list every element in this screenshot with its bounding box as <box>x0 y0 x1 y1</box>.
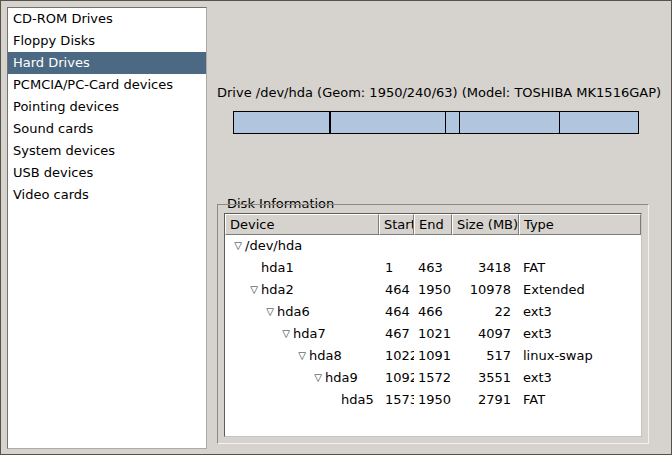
start-cell: 464 <box>379 279 414 301</box>
type-cell: ext3 <box>519 301 641 323</box>
expander-icon[interactable]: ▽ <box>263 301 277 323</box>
device-label: hda6 <box>277 301 310 323</box>
end-cell: 1021 <box>414 323 452 345</box>
partition-table: Device Start End Size (MB) Type ▽/dev/hd… <box>224 213 642 437</box>
start-cell: 1022 <box>379 345 414 367</box>
table-row[interactable]: ▽hda8 1022 1091 517 linux-swap <box>225 345 641 367</box>
sidebar-item-cdrom-drives[interactable]: CD-ROM Drives <box>8 8 206 30</box>
expander-icon[interactable]: ▽ <box>231 235 245 257</box>
column-header-end[interactable]: End <box>414 214 452 235</box>
table-row[interactable]: ▽/dev/hda <box>225 235 641 257</box>
device-cell: ▽/dev/hda <box>225 235 379 257</box>
expander-icon[interactable]: ▽ <box>311 367 325 389</box>
device-label: hda7 <box>293 323 326 345</box>
sidebar-item-video-cards[interactable]: Video cards <box>8 184 206 206</box>
end-cell: 1091 <box>414 345 452 367</box>
size-cell: 10978 <box>452 279 519 301</box>
size-cell: 4097 <box>452 323 519 345</box>
device-label: hda8 <box>309 345 342 367</box>
sidebar-item-hard-drives[interactable]: Hard Drives <box>8 52 206 74</box>
size-cell: 3418 <box>452 257 519 279</box>
hardware-browser-window: CD-ROM Drives Floppy Disks Hard Drives P… <box>0 0 672 455</box>
device-cell: ▽hda9 <box>225 367 379 389</box>
drive-title: Drive /dev/hda (Geom: 1950/240/63) (Mode… <box>217 85 649 100</box>
table-row[interactable]: ▽hda6 464 466 22 ext3 <box>225 301 641 323</box>
table-row[interactable]: ▽hda2 464 1950 10978 Extended <box>225 279 641 301</box>
end-cell: 463 <box>414 257 452 279</box>
device-cell: hda5 <box>225 389 379 411</box>
sidebar-item-sound-cards[interactable]: Sound cards <box>8 118 206 140</box>
column-header-device[interactable]: Device <box>225 214 379 235</box>
type-cell: FAT <box>519 389 641 411</box>
start-cell <box>379 235 414 257</box>
table-row[interactable]: hda5 1573 1950 2791 FAT <box>225 389 641 411</box>
end-cell: 1572 <box>414 367 452 389</box>
end-cell: 1950 <box>414 389 452 411</box>
disk-information-frame: Device Start End Size (MB) Type ▽/dev/hd… <box>217 204 649 444</box>
size-cell: 3551 <box>452 367 519 389</box>
type-cell <box>519 235 641 257</box>
size-cell: 22 <box>452 301 519 323</box>
end-cell <box>414 235 452 257</box>
table-header: Device Start End Size (MB) Type <box>225 214 641 235</box>
device-label: hda9 <box>325 367 358 389</box>
device-label: hda5 <box>341 389 374 411</box>
type-cell: Extended <box>519 279 641 301</box>
expander-icon[interactable]: ▽ <box>279 323 293 345</box>
device-label: /dev/hda <box>245 235 302 257</box>
size-cell: 2791 <box>452 389 519 411</box>
device-cell: ▽hda2 <box>225 279 379 301</box>
start-cell: 467 <box>379 323 414 345</box>
start-cell: 1 <box>379 257 414 279</box>
size-cell <box>452 235 519 257</box>
sidebar-item-system-devices[interactable]: System devices <box>8 140 206 162</box>
start-cell: 464 <box>379 301 414 323</box>
end-cell: 1950 <box>414 279 452 301</box>
partition-segment-hda9 <box>460 112 560 133</box>
device-cell: ▽hda7 <box>225 323 379 345</box>
sidebar-item-floppy-disks[interactable]: Floppy Disks <box>8 30 206 52</box>
partition-segment-hda1 <box>234 112 330 133</box>
type-cell: ext3 <box>519 323 641 345</box>
partition-segment-hda7 <box>331 112 446 133</box>
device-cell: ▽hda6 <box>225 301 379 323</box>
device-cell: hda1 <box>225 257 379 279</box>
column-header-start[interactable]: Start <box>379 214 414 235</box>
size-cell: 517 <box>452 345 519 367</box>
device-label: hda1 <box>261 257 294 279</box>
table-row[interactable]: ▽hda7 467 1021 4097 ext3 <box>225 323 641 345</box>
type-cell: ext3 <box>519 367 641 389</box>
sidebar-item-pcmcia-devices[interactable]: PCMCIA/PC-Card devices <box>8 74 206 96</box>
partition-segment-hda8 <box>446 112 460 133</box>
sidebar-item-usb-devices[interactable]: USB devices <box>8 162 206 184</box>
start-cell: 1573 <box>379 389 414 411</box>
type-cell: linux-swap <box>519 345 641 367</box>
type-cell: FAT <box>519 257 641 279</box>
device-label: hda2 <box>261 279 294 301</box>
partition-segment-hda5 <box>560 112 638 133</box>
device-category-list: CD-ROM Drives Floppy Disks Hard Drives P… <box>7 7 207 449</box>
sidebar-item-pointing-devices[interactable]: Pointing devices <box>8 96 206 118</box>
device-cell: ▽hda8 <box>225 345 379 367</box>
expander-icon[interactable]: ▽ <box>295 345 309 367</box>
expander-icon[interactable]: ▽ <box>247 279 261 301</box>
column-header-size[interactable]: Size (MB) <box>452 214 519 235</box>
partition-bar <box>233 111 639 134</box>
end-cell: 466 <box>414 301 452 323</box>
column-header-type[interactable]: Type <box>519 214 641 235</box>
table-row[interactable]: ▽hda9 1092 1572 3551 ext3 <box>225 367 641 389</box>
start-cell: 1092 <box>379 367 414 389</box>
table-row[interactable]: hda1 1 463 3418 FAT <box>225 257 641 279</box>
